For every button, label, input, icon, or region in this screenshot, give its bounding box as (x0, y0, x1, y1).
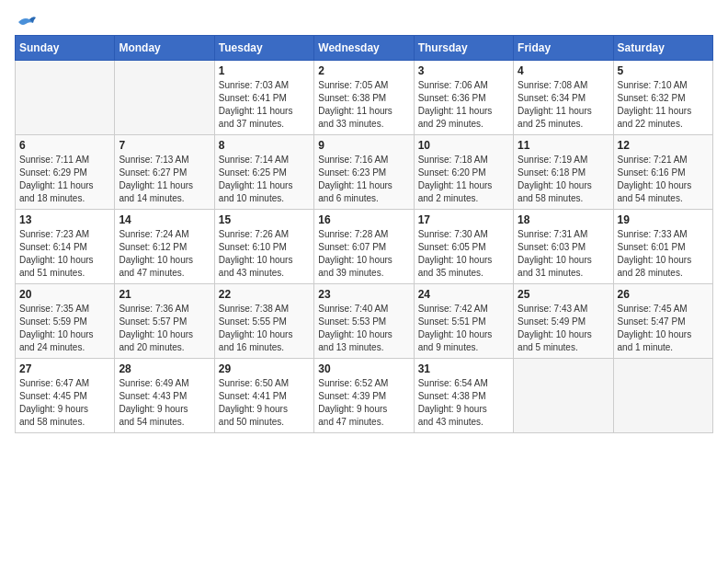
day-info: Sunrise: 7:40 AM Sunset: 5:53 PM Dayligh… (318, 303, 409, 354)
calendar-cell: 1Sunrise: 7:03 AM Sunset: 6:41 PM Daylig… (214, 61, 313, 135)
day-number: 1 (219, 64, 310, 77)
day-number: 20 (19, 288, 110, 301)
calendar-cell: 15Sunrise: 7:26 AM Sunset: 6:10 PM Dayli… (214, 210, 313, 284)
day-info: Sunrise: 7:42 AM Sunset: 5:51 PM Dayligh… (418, 303, 509, 354)
day-info: Sunrise: 7:11 AM Sunset: 6:29 PM Dayligh… (19, 154, 110, 205)
calendar-cell: 25Sunrise: 7:43 AM Sunset: 5:49 PM Dayli… (514, 284, 613, 359)
day-number: 29 (219, 362, 310, 375)
day-info: Sunrise: 7:06 AM Sunset: 6:36 PM Dayligh… (418, 79, 509, 131)
day-info: Sunrise: 6:47 AM Sunset: 4:45 PM Dayligh… (19, 377, 110, 429)
day-info: Sunrise: 7:14 AM Sunset: 6:25 PM Dayligh… (219, 154, 310, 205)
calendar-week-3: 13Sunrise: 7:23 AM Sunset: 6:14 PM Dayli… (16, 210, 713, 284)
day-number: 18 (518, 213, 609, 226)
logo-bird-icon (17, 15, 37, 31)
day-number: 30 (318, 362, 409, 375)
day-info: Sunrise: 6:54 AM Sunset: 4:38 PM Dayligh… (418, 377, 509, 429)
calendar-cell (514, 359, 613, 433)
day-info: Sunrise: 7:33 AM Sunset: 6:01 PM Dayligh… (618, 228, 709, 280)
day-info: Sunrise: 7:10 AM Sunset: 6:32 PM Dayligh… (618, 79, 709, 131)
calendar-cell (613, 359, 712, 433)
calendar-cell: 12Sunrise: 7:21 AM Sunset: 6:16 PM Dayli… (613, 135, 712, 210)
day-number: 10 (418, 139, 509, 152)
day-number: 4 (518, 64, 609, 77)
day-number: 11 (518, 139, 609, 152)
day-info: Sunrise: 6:52 AM Sunset: 4:39 PM Dayligh… (318, 377, 409, 429)
calendar-cell: 5Sunrise: 7:10 AM Sunset: 6:32 PM Daylig… (613, 61, 712, 135)
day-info: Sunrise: 7:18 AM Sunset: 6:20 PM Dayligh… (418, 154, 509, 205)
header-wednesday: Wednesday (314, 36, 414, 61)
calendar-cell: 11Sunrise: 7:19 AM Sunset: 6:18 PM Dayli… (514, 135, 613, 210)
day-number: 31 (418, 362, 509, 375)
day-number: 26 (618, 288, 709, 301)
header-thursday: Thursday (414, 36, 513, 61)
header-friday: Friday (514, 36, 613, 61)
day-info: Sunrise: 7:43 AM Sunset: 5:49 PM Dayligh… (518, 303, 609, 354)
calendar-cell: 20Sunrise: 7:35 AM Sunset: 5:59 PM Dayli… (16, 284, 115, 359)
day-info: Sunrise: 7:24 AM Sunset: 6:12 PM Dayligh… (119, 228, 210, 280)
day-number: 6 (19, 139, 110, 152)
calendar-cell: 14Sunrise: 7:24 AM Sunset: 6:12 PM Dayli… (115, 210, 214, 284)
day-number: 21 (119, 288, 210, 301)
calendar-cell: 26Sunrise: 7:45 AM Sunset: 5:47 PM Dayli… (613, 284, 712, 359)
calendar-cell: 22Sunrise: 7:38 AM Sunset: 5:55 PM Dayli… (214, 284, 313, 359)
day-info: Sunrise: 7:13 AM Sunset: 6:27 PM Dayligh… (119, 154, 210, 205)
calendar-cell: 28Sunrise: 6:49 AM Sunset: 4:43 PM Dayli… (115, 359, 214, 433)
day-info: Sunrise: 7:36 AM Sunset: 5:57 PM Dayligh… (119, 303, 210, 354)
day-info: Sunrise: 7:35 AM Sunset: 5:59 PM Dayligh… (19, 303, 110, 354)
header-tuesday: Tuesday (214, 36, 313, 61)
calendar-cell: 10Sunrise: 7:18 AM Sunset: 6:20 PM Dayli… (414, 135, 513, 210)
day-info: Sunrise: 7:16 AM Sunset: 6:23 PM Dayligh… (318, 154, 409, 205)
day-number: 22 (219, 288, 310, 301)
day-info: Sunrise: 7:28 AM Sunset: 6:07 PM Dayligh… (318, 228, 409, 280)
day-info: Sunrise: 7:05 AM Sunset: 6:38 PM Dayligh… (318, 79, 409, 131)
calendar-cell (115, 61, 214, 135)
day-number: 14 (119, 213, 210, 226)
day-number: 28 (119, 362, 210, 375)
calendar-cell: 2Sunrise: 7:05 AM Sunset: 6:38 PM Daylig… (314, 61, 414, 135)
calendar-cell: 21Sunrise: 7:36 AM Sunset: 5:57 PM Dayli… (115, 284, 214, 359)
header-sunday: Sunday (16, 36, 115, 61)
calendar-cell: 6Sunrise: 7:11 AM Sunset: 6:29 PM Daylig… (16, 135, 115, 210)
calendar-cell: 17Sunrise: 7:30 AM Sunset: 6:05 PM Dayli… (414, 210, 513, 284)
day-number: 17 (418, 213, 509, 226)
calendar-table: Sunday Monday Tuesday Wednesday Thursday… (15, 35, 713, 433)
day-number: 9 (318, 139, 409, 152)
calendar-week-2: 6Sunrise: 7:11 AM Sunset: 6:29 PM Daylig… (16, 135, 713, 210)
header-monday: Monday (115, 36, 214, 61)
day-number: 7 (119, 139, 210, 152)
day-info: Sunrise: 7:19 AM Sunset: 6:18 PM Dayligh… (518, 154, 609, 205)
calendar-cell: 13Sunrise: 7:23 AM Sunset: 6:14 PM Dayli… (16, 210, 115, 284)
day-info: Sunrise: 7:21 AM Sunset: 6:16 PM Dayligh… (618, 154, 709, 205)
day-number: 23 (318, 288, 409, 301)
day-info: Sunrise: 7:26 AM Sunset: 6:10 PM Dayligh… (219, 228, 310, 280)
calendar-cell: 3Sunrise: 7:06 AM Sunset: 6:36 PM Daylig… (414, 61, 513, 135)
day-info: Sunrise: 7:30 AM Sunset: 6:05 PM Dayligh… (418, 228, 509, 280)
header-saturday: Saturday (613, 36, 712, 61)
calendar-cell: 4Sunrise: 7:08 AM Sunset: 6:34 PM Daylig… (514, 61, 613, 135)
calendar-cell: 19Sunrise: 7:33 AM Sunset: 6:01 PM Dayli… (613, 210, 712, 284)
day-number: 25 (518, 288, 609, 301)
calendar-cell: 30Sunrise: 6:52 AM Sunset: 4:39 PM Dayli… (314, 359, 414, 433)
day-number: 5 (618, 64, 709, 77)
day-number: 15 (219, 213, 310, 226)
day-info: Sunrise: 6:50 AM Sunset: 4:41 PM Dayligh… (219, 377, 310, 429)
calendar-cell (16, 61, 115, 135)
page-header (15, 15, 713, 28)
day-info: Sunrise: 7:08 AM Sunset: 6:34 PM Dayligh… (518, 79, 609, 131)
logo (15, 15, 37, 28)
calendar-cell: 31Sunrise: 6:54 AM Sunset: 4:38 PM Dayli… (414, 359, 513, 433)
day-number: 8 (219, 139, 310, 152)
day-info: Sunrise: 7:03 AM Sunset: 6:41 PM Dayligh… (219, 79, 310, 131)
calendar-week-4: 20Sunrise: 7:35 AM Sunset: 5:59 PM Dayli… (16, 284, 713, 359)
day-number: 16 (318, 213, 409, 226)
calendar-cell: 24Sunrise: 7:42 AM Sunset: 5:51 PM Dayli… (414, 284, 513, 359)
day-number: 12 (618, 139, 709, 152)
day-info: Sunrise: 7:38 AM Sunset: 5:55 PM Dayligh… (219, 303, 310, 354)
calendar-cell: 9Sunrise: 7:16 AM Sunset: 6:23 PM Daylig… (314, 135, 414, 210)
day-number: 13 (19, 213, 110, 226)
day-info: Sunrise: 6:49 AM Sunset: 4:43 PM Dayligh… (119, 377, 210, 429)
calendar-cell: 23Sunrise: 7:40 AM Sunset: 5:53 PM Dayli… (314, 284, 414, 359)
day-info: Sunrise: 7:23 AM Sunset: 6:14 PM Dayligh… (19, 228, 110, 280)
calendar-cell: 18Sunrise: 7:31 AM Sunset: 6:03 PM Dayli… (514, 210, 613, 284)
day-number: 27 (19, 362, 110, 375)
